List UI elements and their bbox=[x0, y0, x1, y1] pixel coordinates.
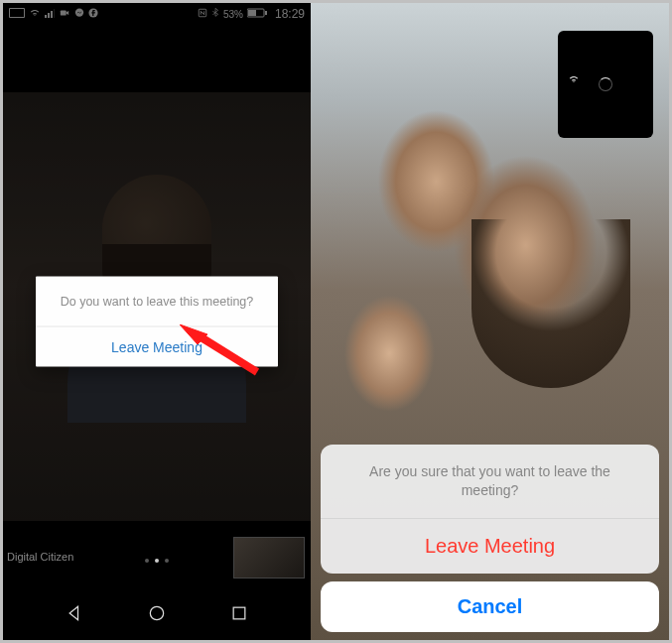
cancel-button[interactable]: Cancel bbox=[321, 581, 659, 632]
leave-meeting-dialog: Do you want to leave this meeting? Leave… bbox=[36, 277, 278, 367]
android-nav-bar bbox=[3, 590, 311, 640]
ios-screenshot: Are you sure that you want to leave the … bbox=[311, 3, 669, 640]
loading-spinner-icon bbox=[599, 77, 612, 91]
self-view-thumbnail[interactable] bbox=[233, 537, 305, 579]
wifi-icon bbox=[568, 70, 580, 88]
svg-point-15 bbox=[150, 606, 163, 619]
self-view-pip[interactable] bbox=[558, 31, 653, 138]
back-button[interactable] bbox=[66, 603, 85, 627]
home-button[interactable] bbox=[147, 603, 167, 627]
leave-meeting-button[interactable]: Leave Meeting bbox=[36, 327, 278, 367]
page-indicator bbox=[145, 559, 169, 563]
leave-meeting-sheet: Are you sure that you want to leave the … bbox=[321, 445, 659, 632]
android-screenshot: 53% 18:29 Do you want to leave this meet… bbox=[3, 3, 311, 640]
svg-rect-16 bbox=[233, 607, 245, 619]
recents-button[interactable] bbox=[229, 603, 249, 627]
dialog-message: Do you want to leave this meeting? bbox=[36, 277, 278, 327]
sheet-message: Are you sure that you want to leave the … bbox=[321, 445, 659, 519]
leave-meeting-button[interactable]: Leave Meeting bbox=[321, 519, 659, 574]
watermark: Digital Citizen bbox=[7, 551, 73, 563]
